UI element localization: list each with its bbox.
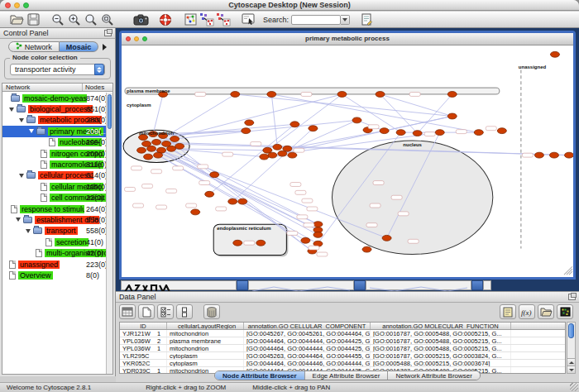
notes-icon[interactable]	[500, 304, 516, 319]
network-node[interactable]	[238, 198, 247, 204]
network-node[interactable]	[288, 152, 297, 158]
tree-row[interactable]: unassigned223(0)	[2, 259, 106, 270]
tab-scroll-right-icon[interactable]	[103, 44, 107, 50]
tree-row[interactable]: Overview8(0)	[2, 270, 106, 280]
tree-row[interactable]: macromolecule311(0)	[2, 159, 106, 170]
network-node[interactable]	[152, 139, 161, 145]
annotation-icon[interactable]	[240, 12, 256, 27]
network-node[interactable]	[175, 143, 184, 149]
network-node[interactable]	[447, 113, 457, 119]
table-column-header[interactable]: _cellularLayoutRegion	[167, 323, 244, 329]
network-node[interactable]	[474, 130, 483, 136]
network-node[interactable]	[337, 92, 347, 98]
network-edge[interactable]	[161, 151, 318, 235]
tab-network-attribute-browser[interactable]: Network Attribute Browser	[388, 371, 479, 380]
function-builder-icon[interactable]: f(x)	[519, 304, 535, 319]
tree-row[interactable]: response to stimulu264(0)	[2, 203, 106, 214]
node-color-dropdown[interactable]: transporter activity	[10, 64, 105, 75]
network-node[interactable]	[550, 51, 559, 57]
network-edge[interactable]	[156, 94, 342, 142]
table-column-header[interactable]: ID	[120, 323, 167, 329]
zoom-fit-icon[interactable]	[83, 12, 99, 27]
background-window-fragment[interactable]	[248, 280, 354, 290]
network-view-window[interactable]: primary metabolic process plasma membran…	[119, 31, 576, 280]
background-window-fragment[interactable]	[471, 280, 483, 290]
search-options-icon[interactable]	[358, 12, 375, 27]
background-window-fragment[interactable]	[121, 280, 237, 290]
background-window-fragment[interactable]	[237, 280, 248, 290]
disclosure-triangle-icon[interactable]	[29, 129, 34, 133]
network-node[interactable]	[301, 237, 310, 243]
network-node[interactable]	[245, 120, 254, 126]
network-node[interactable]	[549, 152, 558, 158]
new-network-all-edges-icon[interactable]	[199, 12, 215, 27]
background-window-fragment[interactable]	[366, 280, 471, 290]
network-edge[interactable]	[175, 120, 356, 139]
zoom-selected-icon[interactable]	[99, 12, 116, 27]
network-node[interactable]	[147, 146, 156, 151]
network-node[interactable]	[154, 152, 163, 158]
new-network-selected-edges-icon[interactable]	[215, 12, 232, 27]
compartment-plasma-membrane[interactable]	[125, 88, 500, 94]
network-node[interactable]	[380, 128, 389, 134]
attribute-matrix-icon[interactable]	[557, 304, 573, 319]
network-node[interactable]	[170, 136, 179, 142]
tree-header-nodes[interactable]: Nodes	[85, 84, 104, 91]
disclosure-triangle-icon[interactable]	[16, 218, 21, 222]
network-node[interactable]	[267, 92, 276, 98]
unselect-all-attributes-icon[interactable]	[176, 304, 193, 319]
network-node[interactable]	[260, 154, 269, 160]
tree-scrollbar-thumb[interactable]	[108, 94, 112, 129]
tree-row[interactable]: cell communicat22(0)	[2, 193, 106, 203]
table-row[interactable]: YKR052Ccytoplasm[GO:0044464, GO:0044446,…	[120, 360, 565, 367]
attribute-table[interactable]: ID_cellularLayoutRegionannotation.GO CEL…	[119, 322, 566, 374]
tree-row[interactable]: secretion41(0)	[2, 237, 106, 247]
network-view-titlebar[interactable]: primary metabolic process	[122, 33, 573, 45]
network-canvas[interactable]: plasma membranecytoplasmmitochondrionnuc…	[122, 46, 573, 277]
tab-network[interactable]: Network	[8, 41, 60, 52]
network-edge[interactable]	[418, 94, 452, 133]
tree-row[interactable]: cellular process614(0)	[2, 170, 106, 181]
disclosure-triangle-icon[interactable]	[19, 118, 24, 122]
tree-row[interactable]: metabolic process280(0)	[2, 115, 106, 126]
zoom-in-icon[interactable]	[66, 12, 83, 27]
tree-row[interactable]: transport558(0)	[2, 226, 106, 237]
search-input[interactable]	[291, 15, 341, 25]
table-scrollbar[interactable]	[567, 322, 576, 374]
network-edge[interactable]	[235, 94, 452, 117]
network-node[interactable]	[313, 232, 323, 237]
resize-grip[interactable]	[570, 383, 578, 391]
network-node[interactable]	[167, 146, 176, 151]
save-session-icon[interactable]	[25, 12, 41, 27]
network-edge[interactable]	[161, 151, 318, 230]
snapshot-camera-icon[interactable]	[132, 12, 149, 27]
network-node[interactable]	[256, 240, 266, 246]
open-session-icon[interactable]	[8, 12, 25, 27]
background-window-fragment[interactable]	[354, 280, 366, 290]
tree-row[interactable]: mosaic-demo-yeast874(0)	[2, 93, 106, 103]
tree-row[interactable]: nucleobase-209(0)	[2, 137, 106, 148]
network-node[interactable]	[497, 128, 506, 134]
import-attributes-icon[interactable]	[538, 304, 554, 319]
network-edge[interactable]	[267, 94, 342, 151]
select-all-attributes-icon[interactable]	[157, 304, 174, 319]
network-node[interactable]	[144, 154, 153, 160]
new-attribute-icon[interactable]	[138, 304, 155, 319]
tree-row[interactable]: multi-organism pro42(0)	[2, 247, 106, 258]
disclosure-triangle-icon[interactable]	[26, 229, 31, 233]
network-node[interactable]	[205, 191, 214, 197]
network-node[interactable]	[534, 152, 543, 158]
network-node[interactable]	[382, 235, 391, 241]
network-node[interactable]	[352, 117, 361, 123]
disclosure-triangle-icon[interactable]	[19, 174, 24, 178]
network-node[interactable]	[376, 92, 385, 98]
zoom-out-icon[interactable]	[50, 12, 66, 27]
tree-header-network[interactable]: Network	[6, 84, 30, 91]
tree-row[interactable]: biological_process651(0)	[2, 103, 106, 114]
float-panel-icon[interactable]	[568, 294, 576, 300]
network-node[interactable]	[313, 222, 323, 227]
table-row[interactable]: YPL036W__1mitochondrion[GO:0044464, GO:0…	[120, 345, 565, 352]
tree-row[interactable]: establishment of lo558(0)	[2, 214, 106, 225]
network-node[interactable]	[290, 122, 299, 127]
network-node[interactable]	[435, 130, 444, 136]
